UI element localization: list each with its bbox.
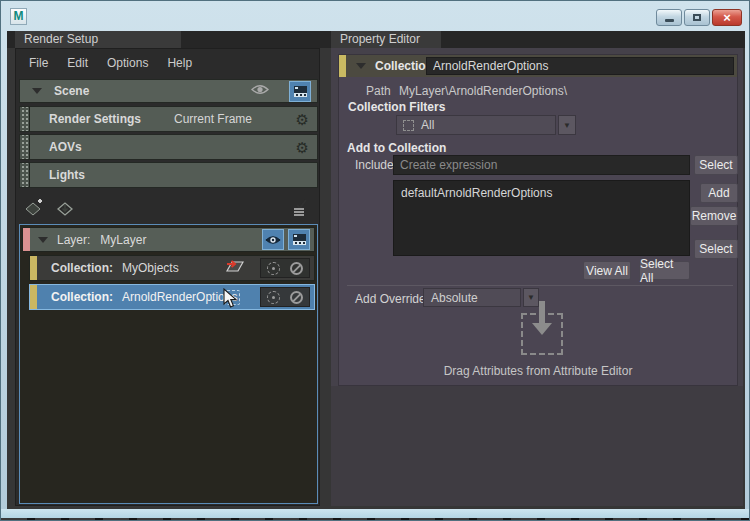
collapse-triangle-icon[interactable]: [38, 237, 48, 243]
collection-name-input[interactable]: [426, 57, 734, 75]
render-settings-row[interactable]: Render Settings Current Frame ⚙: [19, 106, 318, 132]
menu-options[interactable]: Options: [104, 54, 151, 72]
menu-edit[interactable]: Edit: [64, 54, 91, 72]
collection-label: Collection:: [51, 290, 113, 304]
layer-label: Layer:: [57, 233, 90, 247]
disable-icon[interactable]: [290, 291, 303, 304]
layer-color-stripe: [23, 228, 30, 251]
collection-filters-label: Collection Filters: [348, 100, 445, 114]
main-content: Render Setup Property Editor File Edit O…: [7, 31, 745, 509]
path-label: Path: [366, 84, 391, 98]
collection-row-myobjects[interactable]: Collection: MyObjects: [29, 255, 315, 281]
close-button[interactable]: ×: [712, 9, 742, 26]
layer-row-mylayer[interactable]: Layer: MyLayer: [22, 227, 315, 252]
render-settings-label: Render Settings: [49, 112, 141, 126]
enabled-toggle-icon[interactable]: [267, 291, 280, 304]
filter-type-icon: [403, 120, 414, 131]
lights-row[interactable]: Lights: [19, 162, 318, 188]
path-value: MyLayer\ArnoldRenderOptions\: [399, 84, 567, 98]
select-contents-icon[interactable]: [225, 290, 240, 305]
drag-grip[interactable]: [20, 107, 30, 131]
drop-arrow-icon: [529, 301, 555, 342]
aovs-row[interactable]: AOVs ⚙: [19, 134, 318, 160]
lights-label: Lights: [49, 168, 85, 182]
select-expression-button[interactable]: Select: [694, 155, 738, 175]
enabled-toggle-icon[interactable]: [267, 262, 280, 275]
collapse-triangle-icon[interactable]: [32, 88, 42, 94]
select-members-button[interactable]: Select: [694, 239, 738, 259]
layer-renderable-icon[interactable]: [288, 229, 310, 250]
visibility-eye-icon[interactable]: [251, 83, 269, 99]
collection-members-list[interactable]: defaultArnoldRenderOptions: [393, 180, 690, 256]
add-to-collection-label: Add to Collection: [347, 141, 446, 155]
collection-name: ArnoldRenderOptions: [122, 290, 237, 304]
add-button[interactable]: Add: [700, 183, 738, 203]
collection-toggle-group: [260, 258, 310, 278]
menu-bar: File Edit Options Help: [16, 51, 195, 75]
include-label: Include: [355, 158, 394, 172]
import-collection-icon[interactable]: [56, 199, 76, 220]
section-divider: [347, 285, 733, 286]
collection-property-frame: Collection: Path MyLayer\ArnoldRenderOpt…: [338, 54, 738, 386]
drag-grip[interactable]: [20, 163, 30, 187]
chevron-down-icon: ▼: [563, 121, 571, 130]
override-mode-value: Absolute: [431, 291, 478, 305]
property-editor-panel: Collection: Path MyLayer\ArnoldRenderOpt…: [331, 48, 743, 506]
maya-app-icon: M: [10, 8, 27, 25]
collection-color-stripe: [339, 55, 346, 77]
collection-label: Collection:: [51, 261, 113, 275]
create-layer-icon[interactable]: [24, 199, 46, 220]
renderable-icon[interactable]: [289, 81, 311, 102]
close-icon: ×: [723, 10, 731, 25]
override-mode-dropdown[interactable]: Absolute: [423, 288, 521, 307]
minimize-button[interactable]: [656, 9, 682, 26]
collection-header[interactable]: Collection:: [339, 55, 737, 77]
list-item[interactable]: defaultArnoldRenderOptions: [394, 181, 689, 205]
layer-visibility-eye-icon[interactable]: [262, 229, 284, 250]
collection-color-stripe: [30, 285, 37, 309]
render-settings-value: Current Frame: [174, 112, 252, 126]
path-row: Path MyLayer\ArnoldRenderOptions\: [366, 84, 567, 98]
select-all-button[interactable]: Select All: [639, 261, 690, 280]
filter-dropdown-arrow[interactable]: ▼: [558, 115, 576, 135]
layer-list[interactable]: Layer: MyLayer: [19, 224, 318, 504]
collection-name: MyObjects: [122, 261, 179, 275]
collection-row-arnoldrenderoptions[interactable]: Collection: ArnoldRenderOptions: [29, 284, 315, 310]
scene-header-row[interactable]: Scene: [19, 79, 318, 103]
tab-property-editor[interactable]: Property Editor: [331, 31, 441, 48]
layers-toolbar: [19, 197, 318, 221]
property-editor-background: [331, 386, 743, 506]
maximize-icon: [693, 14, 701, 21]
collapse-triangle-icon[interactable]: [356, 63, 366, 69]
window-bottom-border: [1, 509, 750, 518]
maximize-button[interactable]: [684, 9, 710, 26]
tab-strip: Render Setup Property Editor: [7, 31, 745, 48]
render-setup-panel: File Edit Options Help Scene: [15, 48, 320, 506]
render-setup-window: M × Render Setup Property Editor File Ed…: [0, 0, 750, 521]
remove-button[interactable]: Remove: [690, 206, 738, 226]
title-bar[interactable]: M ×: [1, 1, 750, 31]
collection-toggle-group: [260, 287, 310, 307]
include-expression-input[interactable]: [393, 155, 690, 175]
layer-name: MyLayer: [100, 233, 146, 247]
minimize-icon: [665, 19, 674, 22]
view-all-button[interactable]: View All: [583, 261, 631, 280]
collection-color-stripe: [30, 256, 37, 280]
drop-hint-text: Drag Attributes from Attribute Editor: [339, 364, 737, 378]
gear-icon[interactable]: ⚙: [296, 112, 309, 127]
filter-dropdown[interactable]: All: [396, 115, 556, 135]
disable-icon[interactable]: [290, 262, 303, 275]
scene-label: Scene: [54, 84, 89, 98]
menu-file[interactable]: File: [26, 54, 51, 72]
menu-help[interactable]: Help: [164, 54, 195, 72]
drag-grip[interactable]: [20, 135, 30, 159]
tab-render-setup[interactable]: Render Setup: [15, 31, 181, 48]
isolate-select-icon[interactable]: [226, 259, 244, 277]
add-override-label: Add Override: [355, 292, 426, 306]
aovs-label: AOVs: [49, 140, 82, 154]
visibility-checklist-icon[interactable]: [293, 199, 310, 219]
filter-dropdown-value: All: [421, 118, 434, 132]
gear-icon[interactable]: ⚙: [296, 140, 309, 155]
